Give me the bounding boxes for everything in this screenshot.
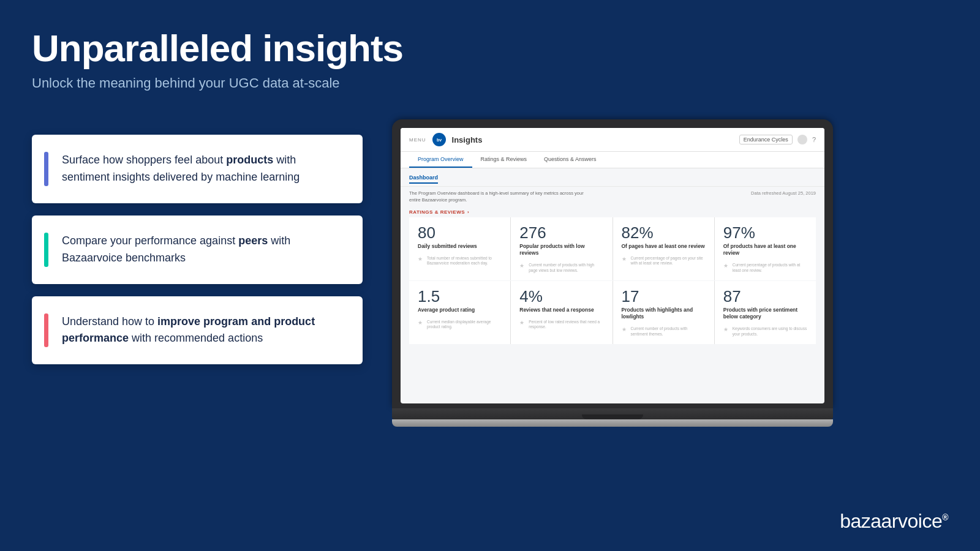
metric-number-avg: 1.5 — [418, 288, 502, 304]
metric-label-response: Reviews that need a response — [519, 307, 603, 313]
metric-footer-text-pages: Current percentage of pages on your site… — [631, 256, 706, 266]
cards-section: Surface how shoppers feel about products… — [32, 135, 363, 364]
metric-number-daily: 80 — [418, 225, 502, 241]
dash-header-right: Endurance Cycles ? — [739, 135, 816, 144]
dash-desc-bar: The Program Overview dashboard is a high… — [401, 187, 824, 207]
card-improve-text: Understand how to improve program and pr… — [62, 313, 344, 348]
star-icon-6: ★ — [519, 320, 526, 326]
metric-daily-reviews: 80 Daily submitted reviews ★ Total numbe… — [409, 217, 510, 280]
metric-label-pages: Of pages have at least one review — [622, 243, 706, 250]
subtitle: Unlock the meaning behind your UGC data … — [32, 75, 403, 91]
dash-tab-bar: Dashboard — [401, 168, 824, 187]
metric-footer-price: ★ Keywords consumers are using to discus… — [723, 326, 807, 337]
card-benchmarks-text: Compare your performance against peers w… — [62, 233, 344, 267]
header-section: Unparalleled insights Unlock the meaning… — [32, 28, 403, 91]
metric-number-response: 4% — [519, 288, 603, 304]
menu-label: MENU — [409, 137, 426, 143]
metrics-grid-row1: 80 Daily submitted reviews ★ Total numbe… — [409, 217, 816, 280]
metric-label-daily: Daily submitted reviews — [418, 243, 502, 250]
metric-popular-products: 276 Popular products with low reviews ★ … — [511, 217, 612, 280]
metric-footer-avg: ★ Current median displayable average pro… — [418, 320, 502, 330]
card-sentiment-text: Surface how shoppers feel about products… — [62, 152, 344, 186]
metric-label-highlights: Products with highlights and lowlights — [622, 307, 706, 320]
laptop-section: MENU bv Insights Endurance Cycles ? — [392, 119, 968, 427]
user-icon — [797, 135, 807, 144]
dashboard-tab[interactable]: Dashboard — [409, 173, 438, 184]
card-improve: Understand how to improve program and pr… — [32, 296, 363, 365]
nav-questions-answers[interactable]: Questions & Answers — [535, 152, 605, 168]
endurance-label: Endurance Cycles — [739, 135, 793, 144]
star-icon-3: ★ — [622, 256, 628, 262]
laptop-screen-bezel: MENU bv Insights Endurance Cycles ? — [392, 119, 833, 408]
metric-footer-text-price: Keywords consumers are using to discuss … — [733, 326, 807, 337]
bv-logo: bv — [432, 133, 446, 146]
laptop-stand — [392, 419, 833, 427]
laptop-outer: MENU bv Insights Endurance Cycles ? — [392, 119, 833, 427]
metric-label-products: Of products have at least one review — [723, 243, 807, 257]
card-accent-red — [44, 313, 48, 348]
metric-footer-text-highlights: Current number of products with sentimen… — [631, 326, 706, 337]
metric-highlights: 17 Products with highlights and lowlight… — [613, 281, 714, 344]
metric-pages-review: 82% Of pages have at least one review ★ … — [613, 217, 714, 280]
brand-logo: bazaarvoice® — [840, 510, 948, 533]
metric-number-popular: 276 — [519, 225, 603, 241]
metric-number-highlights: 17 — [622, 288, 706, 304]
metric-footer-text-response: Percent of low rated reviews that need a… — [529, 320, 603, 330]
dashboard-header: MENU bv Insights Endurance Cycles ? — [401, 128, 824, 152]
metrics-grid-row2: 1.5 Average product rating ★ Current med… — [409, 281, 816, 344]
metric-footer-response: ★ Percent of low rated reviews that need… — [519, 320, 603, 330]
card-accent-teal — [44, 233, 48, 267]
svg-text:bv: bv — [436, 138, 441, 142]
chevron-right-icon: › — [467, 209, 469, 215]
dash-refresh: Data refreshed August 25, 2019 — [751, 190, 816, 196]
star-icon-7: ★ — [622, 326, 628, 332]
star-icon-1: ★ — [418, 256, 424, 262]
metric-footer-daily: ★ Total number of reviews submitted to B… — [418, 256, 502, 266]
insights-label: Insights — [452, 135, 483, 144]
metric-response-needed: 4% Reviews that need a response ★ Percen… — [511, 281, 612, 344]
help-icon: ? — [812, 136, 816, 143]
metric-label-popular: Popular products with low reviews — [519, 243, 603, 257]
star-icon-2: ★ — [519, 263, 526, 269]
dash-header-left: MENU bv Insights — [409, 133, 482, 146]
metric-footer-highlights: ★ Current number of products with sentim… — [622, 326, 706, 337]
metric-products-review: 97% Of products have at least one review… — [715, 217, 816, 280]
dashboard-nav: Program Overview Ratings & Reviews Quest… — [401, 152, 824, 168]
metric-number-pages: 82% — [622, 225, 706, 241]
nav-program-overview[interactable]: Program Overview — [409, 152, 472, 168]
metric-footer-products: ★ Current percentage of products with at… — [723, 263, 807, 273]
metric-footer-pages: ★ Current percentage of pages on your si… — [622, 256, 706, 266]
card-sentiment: Surface how shoppers feel about products… — [32, 135, 363, 203]
dashboard-screen: MENU bv Insights Endurance Cycles ? — [401, 128, 824, 403]
metric-avg-rating: 1.5 Average product rating ★ Current med… — [409, 281, 510, 344]
metric-number-products: 97% — [723, 225, 807, 241]
star-icon-8: ★ — [723, 326, 729, 332]
metric-label-price: Products with price sentiment below cate… — [723, 307, 807, 320]
metric-number-price: 87 — [723, 288, 807, 304]
star-icon-5: ★ — [418, 320, 424, 326]
registered-mark: ® — [942, 512, 948, 522]
metric-footer-text-products: Current percentage of products with at l… — [733, 263, 807, 273]
section-label: RATINGS & REVIEWS › — [401, 207, 824, 217]
card-accent-blue — [44, 152, 48, 186]
nav-ratings-reviews[interactable]: Ratings & Reviews — [472, 152, 536, 168]
card-benchmarks: Compare your performance against peers w… — [32, 216, 363, 284]
star-icon-4: ★ — [723, 263, 729, 269]
metric-footer-popular: ★ Current number of products with high p… — [519, 263, 603, 273]
metric-label-avg: Average product rating — [418, 307, 502, 313]
metric-price-sentiment: 87 Products with price sentiment below c… — [715, 281, 816, 344]
metric-footer-text-avg: Current median displayable average produ… — [427, 320, 502, 330]
laptop-base — [392, 408, 833, 419]
main-title: Unparalleled insights — [32, 28, 403, 69]
metric-footer-text-popular: Current number of products with high pag… — [529, 263, 603, 273]
dash-description: The Program Overview dashboard is a high… — [409, 190, 593, 203]
metric-footer-text-daily: Total number of reviews submitted to Baz… — [427, 256, 502, 266]
